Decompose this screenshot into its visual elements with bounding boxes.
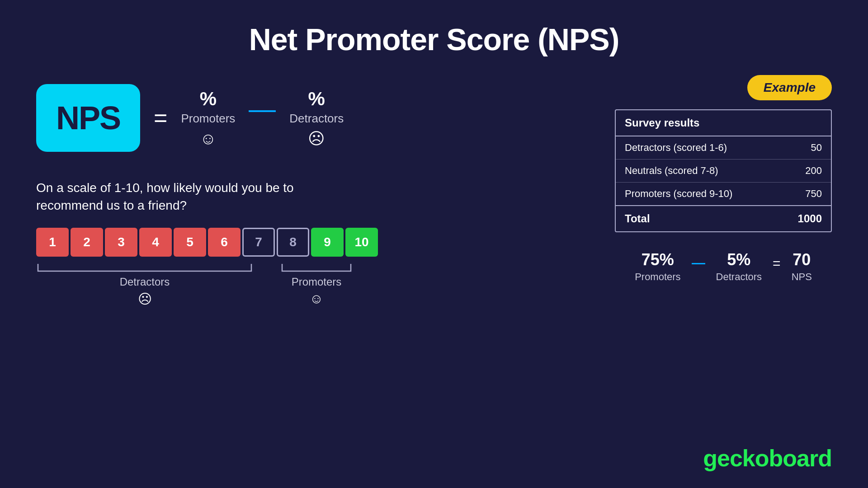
calc-promoters-label: Promoters — [635, 271, 680, 283]
left-section: NPS = % Promoters ☺ % Detractors ☹ On a … — [36, 84, 588, 307]
calc-equals: = — [773, 256, 781, 271]
scale-item-5: 5 — [174, 228, 206, 257]
table-row-1: Neutrals (scored 7-8) 200 — [616, 160, 831, 183]
promoters-bracket: Promoters ☺ — [280, 262, 353, 306]
table-row-value-0: 50 — [811, 142, 822, 154]
formula-row: NPS = % Promoters ☺ % Detractors ☹ — [36, 84, 588, 152]
table-total-value: 1000 — [798, 212, 822, 225]
table-body: Detractors (scored 1-6) 50 Neutrals (sco… — [616, 136, 831, 205]
promoters-bracket-label: Promoters — [292, 276, 342, 288]
scale-item-1: 1 — [36, 228, 69, 257]
page-title: Net Promoter Score (NPS) — [0, 0, 868, 57]
promoters-bracket-svg — [280, 262, 353, 273]
detractors-bracket-emoji: ☹ — [138, 291, 152, 307]
detractors-bracket-label: Detractors — [120, 276, 170, 288]
calc-nps: 70 NPS — [792, 250, 812, 283]
table-row-label-0: Detractors (scored 1-6) — [625, 142, 727, 154]
detractors-bracket-svg — [36, 262, 253, 273]
scale-item-7: 7 — [242, 228, 275, 257]
promoters-label: Promoters — [181, 112, 235, 126]
promoters-bracket-emoji: ☺ — [310, 291, 324, 306]
minus-operator — [249, 110, 276, 112]
detractors-term: % Detractors ☹ — [289, 88, 344, 148]
calc-nps-value: 70 — [793, 250, 811, 269]
scale-item-6: 6 — [208, 228, 241, 257]
scale-item-9: 9 — [311, 228, 344, 257]
equals-sign: = — [154, 104, 167, 131]
survey-table: Survey results Detractors (scored 1-6) 5… — [615, 109, 832, 232]
table-total-row: Total 1000 — [616, 205, 831, 231]
survey-question: On a scale of 1-10, how likely would you… — [36, 179, 353, 214]
calc-nps-label: NPS — [792, 271, 812, 283]
scale-item-10: 10 — [345, 228, 378, 257]
calc-detractors-pct: 5% — [727, 250, 750, 269]
table-header: Survey results — [616, 110, 831, 136]
calc-promoters: 75% Promoters — [635, 250, 680, 283]
detractors-percent: % — [308, 88, 325, 110]
calc-minus — [692, 263, 705, 264]
table-row-2: Promoters (scored 9-10) 750 — [616, 183, 831, 205]
scale-item-4: 4 — [139, 228, 172, 257]
promoters-term: % Promoters ☺ — [181, 88, 235, 148]
calculation-row: 75% Promoters 5% Detractors = 70 NPS — [615, 250, 832, 283]
scale-item-3: 3 — [105, 228, 137, 257]
detractors-label: Detractors — [289, 112, 344, 126]
calc-detractors: 5% Detractors — [716, 250, 762, 283]
geckoboard-logo: geckoboard — [703, 445, 832, 472]
right-section: Example Survey results Detractors (score… — [615, 75, 832, 307]
scale-item-8: 8 — [277, 228, 309, 257]
scale-item-2: 2 — [71, 228, 103, 257]
nps-badge: NPS — [36, 84, 140, 152]
promoters-percent: % — [200, 88, 217, 110]
detractors-bracket: Detractors ☹ — [36, 262, 253, 307]
table-row-label-1: Neutrals (scored 7-8) — [625, 165, 718, 177]
table-row-value-2: 750 — [805, 188, 822, 200]
table-header-label: Survey results — [625, 117, 699, 129]
promoters-emoji: ☺ — [200, 129, 217, 148]
table-row-0: Detractors (scored 1-6) 50 — [616, 136, 831, 160]
table-row-label-2: Promoters (scored 9-10) — [625, 188, 732, 200]
scale-bar: 12345678910 — [36, 228, 588, 257]
calc-detractors-label: Detractors — [716, 271, 762, 283]
example-text: Example — [764, 80, 816, 94]
example-badge: Example — [747, 75, 832, 100]
calc-promoters-pct: 75% — [642, 250, 674, 269]
table-row-value-1: 200 — [805, 165, 822, 177]
nps-badge-text: NPS — [56, 99, 120, 136]
table-total-label: Total — [625, 212, 650, 225]
detractors-emoji: ☹ — [308, 129, 325, 148]
